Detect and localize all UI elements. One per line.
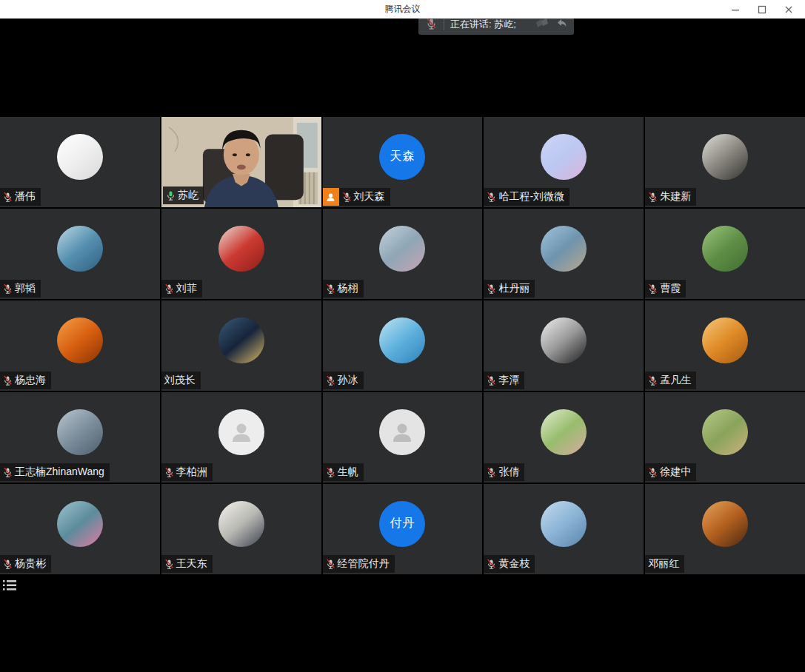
nameplate: 杜丹丽 <box>484 280 535 298</box>
participant-name: 刘天森 <box>354 190 385 204</box>
participant-tile[interactable]: 郭韬 <box>0 209 160 299</box>
nameplate: 孙冰 <box>323 372 364 389</box>
mic-icon <box>326 559 335 570</box>
participant-name: 杨栩 <box>338 282 358 295</box>
mic-icon <box>3 467 13 478</box>
participant-tile[interactable]: 付丹 经管院付丹 <box>323 484 483 574</box>
mic-icon <box>326 283 335 295</box>
participant-tile[interactable]: 王志楠ZhinanWang <box>0 392 160 483</box>
nameplate: 王志楠ZhinanWang <box>0 463 110 481</box>
mic-icon <box>487 559 496 570</box>
nameplate: 张倩 <box>484 463 524 481</box>
participant-name: 孟凡生 <box>660 374 691 387</box>
participant-tile[interactable]: 刘茂长 <box>161 300 321 391</box>
mic-icon <box>166 190 176 201</box>
participant-name: 王天东 <box>176 557 207 571</box>
mic-icon <box>648 192 658 203</box>
nameplate: 朱建新 <box>645 188 696 206</box>
participant-name: 杜丹丽 <box>498 282 530 295</box>
nameplate: 哈工程-刘微微 <box>484 188 569 206</box>
nameplate: 曹霞 <box>645 280 686 298</box>
mic-icon <box>326 467 335 478</box>
participant-name: 刘茂长 <box>164 374 196 387</box>
participant-name: 曹霞 <box>660 282 681 295</box>
participant-tile[interactable]: 邓丽红 <box>645 484 805 574</box>
mic-icon <box>3 192 13 203</box>
participant-name: 杨贵彬 <box>15 557 46 571</box>
participant-tile[interactable]: 杨栩 <box>323 209 483 299</box>
participant-name: 朱建新 <box>660 190 691 204</box>
mountain-sunrise-avatar <box>702 317 748 363</box>
participant-tile[interactable]: 哈工程-刘微微 <box>484 117 644 207</box>
mic-icon <box>3 283 13 295</box>
nameplate: 杨栩 <box>323 280 364 298</box>
mic-icon <box>487 283 496 295</box>
person-silhouette-small-avatar <box>218 409 264 455</box>
nameplate: 李潭 <box>484 372 524 389</box>
participant-tile[interactable]: 曹霞 <box>645 209 805 299</box>
participant-name: 徐建中 <box>660 466 691 479</box>
participant-tile[interactable]: 张倩 <box>484 392 644 483</box>
minimize-icon[interactable] <box>725 0 746 19</box>
text-avatar: 付丹 <box>379 501 425 547</box>
sea-sky-blue-avatar <box>541 501 587 547</box>
mic-icon <box>342 192 352 203</box>
cartoon-cow-avatar <box>57 134 103 180</box>
participant-tile[interactable]: 潘伟 <box>0 117 160 207</box>
close-icon[interactable] <box>778 0 799 19</box>
participant-tile[interactable]: 李潭 <box>484 300 644 391</box>
nameplate: 杨贵彬 <box>0 555 51 573</box>
participant-tile[interactable]: 杜丹丽 <box>484 209 644 299</box>
participant-tile[interactable]: 李柏洲 <box>161 392 321 483</box>
nameplate: 生帆 <box>323 463 364 481</box>
fairy-wings-green-avatar <box>541 409 587 455</box>
nameplate: 刘天森 <box>323 188 390 206</box>
participant-name: 刘菲 <box>176 282 197 295</box>
nameplate: 潘伟 <box>0 188 41 206</box>
mic-icon <box>487 467 496 478</box>
participant-name: 苏屹 <box>178 189 198 202</box>
night-lanterns-avatar <box>702 501 748 547</box>
mic-muted-icon <box>426 18 437 30</box>
participant-tile[interactable]: 生帆 <box>323 392 483 483</box>
participant-tile[interactable]: 刘菲 <box>161 209 321 299</box>
speaking-text: 正在讲话: 苏屹; <box>450 18 534 31</box>
grayscale-coffee-mug-avatar <box>702 134 748 180</box>
nameplate: 孟凡生 <box>645 372 696 389</box>
participant-name: 张倩 <box>498 466 519 479</box>
person-silhouette-large-avatar <box>379 409 425 455</box>
participant-name: 经管院付丹 <box>338 557 390 571</box>
participant-name: 杨忠海 <box>15 374 46 387</box>
participant-name: 李潭 <box>498 374 519 387</box>
member-list-icon[interactable] <box>3 579 18 592</box>
lake-hiker-pink-avatar <box>57 501 103 547</box>
participant-name: 李柏洲 <box>176 466 207 479</box>
titlebar: 腾讯会议 <box>0 0 805 19</box>
participant-tile[interactable]: 黄金枝 <box>484 484 644 574</box>
sea-lighthouse-avatar <box>57 226 103 272</box>
participant-tile[interactable]: 王天东 <box>161 484 321 574</box>
red-portrait-avatar <box>218 226 264 272</box>
participant-tile[interactable]: 杨贵彬 <box>0 484 160 574</box>
avatar-initials: 付丹 <box>390 516 415 531</box>
mic-icon <box>164 559 174 570</box>
participant-name: 孙冰 <box>338 374 358 387</box>
participant-tile[interactable]: 朱建新 <box>645 117 805 207</box>
participant-name: 王志楠ZhinanWang <box>15 466 104 479</box>
participant-tile[interactable]: 天森 刘天森 <box>323 117 483 207</box>
participant-tile[interactable]: 杨忠海 <box>0 300 160 391</box>
person-silhouette-icon <box>229 420 254 445</box>
participant-tile[interactable]: 孙冰 <box>323 300 483 391</box>
participant-tile[interactable]: 苏屹 <box>161 117 321 207</box>
mic-icon <box>487 192 496 203</box>
nameplate: 苏屹 <box>163 187 204 204</box>
participant-tile[interactable]: 孟凡生 <box>645 300 805 391</box>
avatar-initials: 天森 <box>390 149 415 164</box>
ink-sketch-figure-avatar <box>218 501 264 547</box>
participant-name: 黄金枝 <box>498 557 530 571</box>
maximize-icon[interactable] <box>752 0 772 19</box>
mic-icon <box>164 283 174 295</box>
participant-tile[interactable]: 徐建中 <box>645 392 805 483</box>
mic-icon <box>648 283 658 295</box>
mic-icon <box>648 467 658 478</box>
